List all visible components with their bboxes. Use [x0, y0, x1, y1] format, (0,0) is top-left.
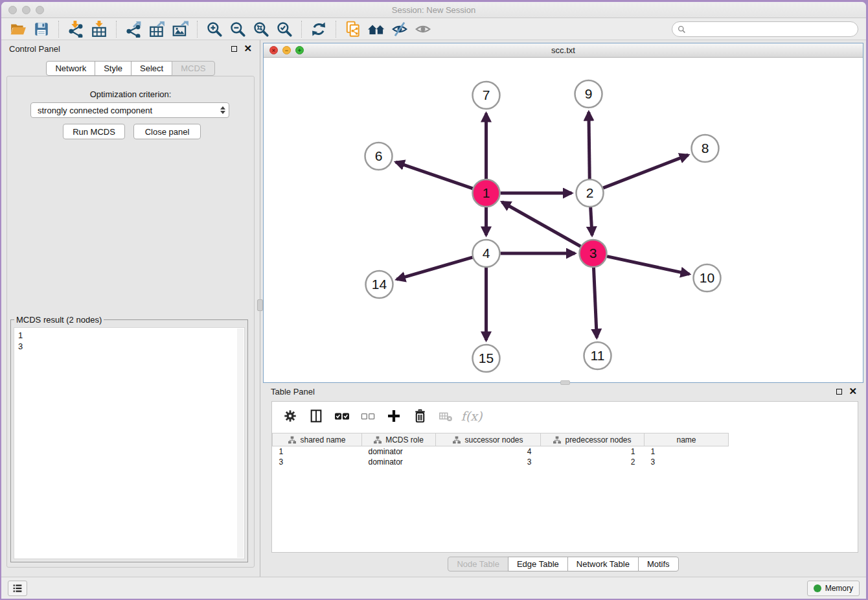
- graph-node-label: 11: [591, 348, 605, 363]
- mcds-result-textarea[interactable]: 1 3: [14, 327, 245, 559]
- tab-network[interactable]: Network: [46, 61, 95, 76]
- criterion-dropdown[interactable]: strongly connected component: [30, 102, 229, 118]
- column-header-shared-name[interactable]: shared name: [273, 433, 362, 446]
- add-icon[interactable]: [384, 407, 404, 425]
- graph-edge-2-9[interactable]: [589, 112, 589, 179]
- export-network-icon[interactable]: [124, 20, 143, 38]
- horizontal-splitter-handle[interactable]: [560, 380, 570, 385]
- graph-edge-3-11[interactable]: [593, 268, 597, 338]
- tab-style[interactable]: Style: [95, 61, 131, 76]
- tab-edge-table[interactable]: Edge Table: [508, 557, 568, 571]
- graph-edge-3-1[interactable]: [502, 202, 580, 246]
- tab-motifs[interactable]: Motifs: [638, 557, 679, 571]
- column-header-name[interactable]: name: [645, 433, 729, 446]
- minimize-traffic-icon[interactable]: [22, 6, 30, 14]
- zoom-traffic-icon[interactable]: [36, 6, 44, 14]
- tab-node-table[interactable]: Node Table: [448, 557, 508, 571]
- control-panel-tabs: Network Style Select MCDS: [1, 61, 260, 76]
- table-cell[interactable]: 3: [273, 457, 362, 467]
- control-panel-title: Control Panel: [9, 44, 225, 54]
- mcds-result-group: MCDS result (2 nodes) 1 3: [10, 315, 248, 562]
- close-panel-button[interactable]: Close panel: [133, 124, 201, 139]
- graph-edge-3-10[interactable]: [607, 257, 689, 274]
- network-view-titlebar: × − + scc.txt: [264, 43, 863, 58]
- close-panel-icon[interactable]: ✕: [244, 43, 252, 54]
- status-bar: Memory: [1, 577, 866, 599]
- column-header-predecessor-nodes[interactable]: predecessor nodes: [541, 433, 645, 446]
- graph-edge-2-8[interactable]: [603, 155, 688, 188]
- table-row[interactable]: 3dominator323: [273, 457, 729, 467]
- run-mcds-button[interactable]: Run MCDS: [63, 124, 125, 139]
- result-scrollbar[interactable]: [237, 329, 244, 558]
- zoom-in-icon[interactable]: [205, 20, 224, 38]
- float-panel-icon[interactable]: [231, 46, 237, 52]
- select-all-icon[interactable]: [332, 407, 352, 425]
- graph-node-label: 6: [375, 148, 383, 163]
- toolbar-separator: [58, 21, 59, 38]
- graph-node-label: 14: [372, 277, 387, 292]
- table-cell[interactable]: 2: [541, 457, 645, 467]
- network-graph[interactable]: 7968124314101511: [264, 58, 863, 382]
- table-close-panel-icon[interactable]: ✕: [849, 386, 857, 397]
- zoom-out-icon[interactable]: [228, 20, 247, 38]
- save-session-icon[interactable]: [32, 20, 51, 38]
- tab-network-table[interactable]: Network Table: [567, 557, 639, 571]
- table-panel-title: Table Panel: [271, 387, 830, 397]
- table-cell[interactable]: 1: [273, 446, 362, 457]
- export-image-icon[interactable]: [170, 20, 190, 38]
- table-float-panel-icon[interactable]: [836, 389, 842, 395]
- clone-network-icon[interactable]: [343, 20, 363, 38]
- import-table-icon[interactable]: [89, 20, 109, 38]
- column-header-successor-nodes[interactable]: successor nodes: [436, 433, 541, 446]
- refresh-icon[interactable]: [309, 20, 328, 38]
- search-field[interactable]: [672, 21, 858, 37]
- export-table-icon[interactable]: [147, 20, 166, 38]
- table-body: 1dominator4113dominator323: [273, 446, 729, 467]
- gear-icon[interactable]: [280, 407, 300, 425]
- tab-mcds[interactable]: MCDS: [172, 61, 214, 76]
- graph-edge-1-6[interactable]: [396, 162, 473, 189]
- vertical-splitter-handle[interactable]: [257, 299, 263, 311]
- graph-edge-4-14[interactable]: [396, 257, 472, 279]
- network-minimize-icon[interactable]: −: [282, 46, 291, 54]
- table-panel: Table Panel ✕: [260, 383, 866, 577]
- close-traffic-icon[interactable]: [8, 6, 17, 14]
- deselect-all-icon[interactable]: [358, 407, 378, 425]
- column-header-mcds-role[interactable]: MCDS role: [362, 433, 436, 446]
- task-history-button[interactable]: [8, 581, 27, 596]
- search-input[interactable]: [689, 23, 858, 35]
- graph-edge-2-3[interactable]: [591, 207, 592, 235]
- optimization-criterion-label: Optimization criterion:: [7, 89, 254, 99]
- node-table: shared name MCDS role successor nodes: [272, 433, 729, 467]
- list-icon: [12, 583, 23, 594]
- table-cell[interactable]: 3: [436, 457, 541, 467]
- search-icon: [678, 25, 686, 34]
- network-view-title: scc.txt: [264, 45, 863, 55]
- table-cell[interactable]: 4: [436, 446, 541, 457]
- zoom-selected-icon[interactable]: [275, 20, 294, 38]
- open-session-icon[interactable]: [8, 20, 28, 38]
- function-builder-icon[interactable]: f(x): [462, 407, 481, 425]
- main-toolbar: [1, 18, 866, 40]
- show-graphics-icon[interactable]: [413, 20, 433, 38]
- table-cell[interactable]: 3: [645, 457, 729, 467]
- delete-table-icon[interactable]: [436, 407, 455, 425]
- table-cell[interactable]: 1: [541, 446, 645, 457]
- window-title: Session: New Session: [1, 5, 866, 15]
- hide-graphics-icon[interactable]: [390, 20, 409, 38]
- first-neighbors-icon[interactable]: [367, 20, 386, 38]
- network-close-icon[interactable]: ×: [269, 46, 278, 54]
- table-row[interactable]: 1dominator411: [273, 446, 729, 457]
- network-maximize-icon[interactable]: +: [295, 46, 304, 54]
- delete-icon[interactable]: [410, 407, 429, 425]
- columns-icon[interactable]: [306, 407, 326, 425]
- table-cell[interactable]: 1: [645, 446, 729, 457]
- import-network-icon[interactable]: [66, 20, 86, 38]
- toolbar-separator: [116, 21, 117, 38]
- table-cell[interactable]: dominator: [362, 446, 436, 457]
- tab-select[interactable]: Select: [131, 61, 172, 76]
- criterion-value: strongly connected component: [38, 106, 152, 115]
- table-cell[interactable]: dominator: [362, 457, 436, 467]
- memory-button[interactable]: Memory: [807, 581, 860, 596]
- zoom-fit-icon[interactable]: [251, 20, 271, 38]
